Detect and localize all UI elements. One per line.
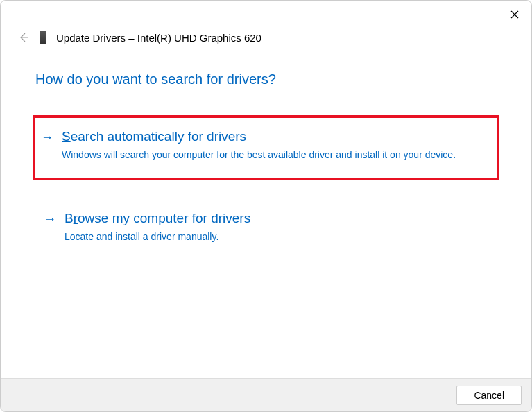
header-title: Update Drivers – Intel(R) UHD Graphics 6… [56,32,261,44]
content-area: How do you want to search for drivers? →… [1,44,531,259]
option-desc-auto: Windows will search your computer for th… [62,148,488,162]
back-arrow-icon [18,32,29,43]
option-desc-browse: Locate and install a driver manually. [65,230,486,244]
arrow-right-icon: → [44,212,56,227]
titlebar [1,1,531,26]
close-button[interactable] [506,6,523,23]
cancel-button[interactable]: Cancel [456,386,522,405]
option-search-automatically[interactable]: → Search automatically for drivers Windo… [33,115,499,180]
arrow-right-icon: → [41,130,53,145]
back-button[interactable] [17,32,30,43]
header-row: Update Drivers – Intel(R) UHD Graphics 6… [1,26,531,44]
option-browse-computer[interactable]: → Browse my computer for drivers Locate … [35,197,497,259]
device-icon [40,31,46,44]
footer: Cancel [1,378,531,411]
close-icon [510,10,519,19]
option-title-auto: Search automatically for drivers [62,129,488,144]
question-heading: How do you want to search for drivers? [35,71,497,87]
option-title-browse: Browse my computer for drivers [65,211,486,226]
